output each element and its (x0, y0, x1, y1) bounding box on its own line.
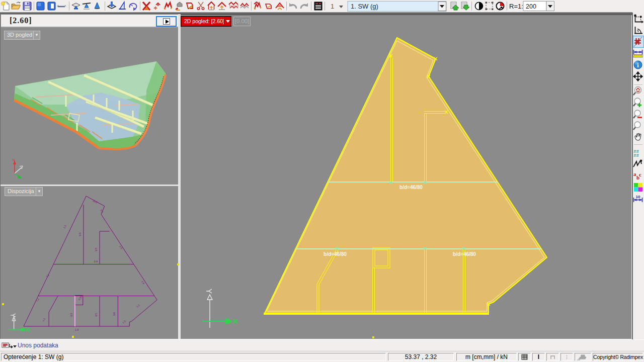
svg-text:200: 200 (526, 3, 536, 10)
svg-text:1.3: 1.3 (35, 298, 40, 302)
svg-text:V.5: V.5 (95, 248, 98, 251)
svg-text:N: N (13, 158, 15, 162)
svg-text:1.6: 1.6 (119, 245, 123, 249)
svg-text:1. SW (g): 1. SW (g) (351, 3, 378, 10)
svg-text:V.4: V.4 (78, 233, 82, 236)
svg-text:c: c (639, 171, 641, 177)
svg-text:R=1:: R=1: (509, 3, 523, 10)
svg-text:b/d=46/80: b/d=46/80 (324, 251, 347, 257)
svg-text:V.5: V.5 (95, 313, 98, 317)
svg-text:11.0: 11.0 (93, 199, 98, 204)
svg-text:10: 10 (636, 195, 640, 199)
svg-text:6.5: 6.5 (100, 209, 104, 214)
svg-text:b/d=46/80: b/d=46/80 (453, 251, 476, 257)
svg-text:1.5: 1.5 (122, 320, 126, 324)
svg-text:1.3: 1.3 (45, 274, 50, 278)
svg-text:b/d=46/80: b/d=46/80 (399, 185, 423, 190)
svg-text:V.1: V.1 (42, 317, 46, 322)
svg-text:1: 1 (331, 3, 334, 10)
svg-text:1.5: 1.5 (63, 224, 67, 229)
svg-text:V.6: V.6 (113, 312, 116, 316)
svg-text:0.4: 0.4 (94, 260, 98, 263)
svg-text:##: ## (633, 153, 639, 158)
svg-text:1.4: 1.4 (75, 328, 78, 331)
svg-text:1.1: 1.1 (136, 304, 140, 308)
svg-text:V.3: V.3 (70, 313, 73, 317)
